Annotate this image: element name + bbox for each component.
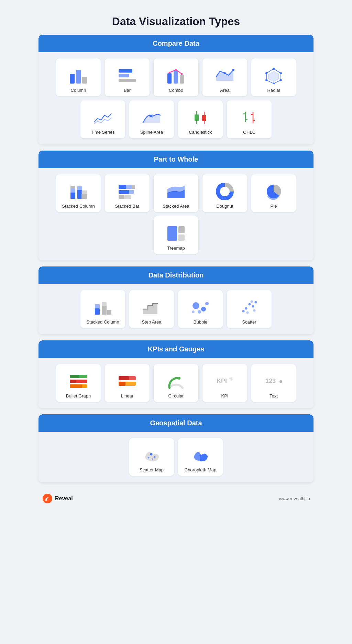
area-icon bbox=[214, 66, 235, 85]
chart-item-scatter[interactable]: Scatter bbox=[227, 290, 272, 328]
scattermap-icon bbox=[141, 446, 162, 465]
chart-grid-kpis: Bullet Graph Linear bbox=[44, 364, 308, 402]
stackedbar-label: Stacked Bar bbox=[115, 204, 140, 209]
chart-item-scattermap[interactable]: Scatter Map bbox=[129, 438, 174, 476]
text-label: Text bbox=[270, 393, 278, 399]
kpi-label: KPI bbox=[221, 393, 229, 399]
section-parttowhole: Part to Whole S bbox=[38, 151, 314, 260]
chart-grid-compare: Column Bar bbox=[44, 58, 308, 138]
chart-item-stackedbar[interactable]: Stacked Bar bbox=[105, 174, 150, 212]
svg-point-67 bbox=[192, 310, 195, 313]
svg-rect-62 bbox=[107, 310, 111, 315]
svg-point-65 bbox=[205, 302, 209, 305]
chart-item-treemap[interactable]: Treemap bbox=[154, 216, 198, 254]
svg-point-75 bbox=[251, 300, 253, 303]
bubble-icon bbox=[190, 298, 211, 317]
svg-rect-6 bbox=[167, 73, 172, 84]
svg-point-16 bbox=[273, 68, 275, 70]
chart-item-dougnut[interactable]: Dougnut bbox=[202, 174, 247, 212]
footer-url: www.revealbi.io bbox=[279, 496, 310, 501]
chart-item-pie[interactable]: Pie bbox=[251, 174, 296, 212]
section-header-distribution: Data Distribution bbox=[38, 266, 314, 284]
svg-point-66 bbox=[198, 310, 201, 314]
kpi-icon: KPI % bbox=[214, 372, 235, 391]
chart-item-stackedcolumn[interactable]: Stacked Column bbox=[56, 174, 101, 212]
chart-grid-distribution: Stacked Column Step Area bbox=[44, 290, 308, 328]
svg-rect-85 bbox=[119, 382, 125, 386]
choroplethmap-icon bbox=[190, 446, 211, 465]
circular-label: Circular bbox=[168, 393, 184, 399]
svg-point-63 bbox=[192, 302, 199, 309]
chart-item-stackedarea[interactable]: Stacked Area bbox=[154, 174, 198, 212]
chart-item-text[interactable]: 123 Text bbox=[251, 364, 296, 402]
section-content-geospatial: Scatter Map Choropleth Map bbox=[38, 432, 314, 482]
svg-point-91 bbox=[150, 453, 153, 455]
chart-item-bar[interactable]: Bar bbox=[105, 58, 150, 96]
dougnut-label: Dougnut bbox=[216, 204, 233, 209]
scatter-label: Scatter bbox=[242, 319, 256, 325]
svg-rect-38 bbox=[70, 188, 75, 193]
chart-item-kpi[interactable]: KPI % KPI bbox=[202, 364, 247, 402]
chart-item-choroplethmap[interactable]: Choropleth Map bbox=[178, 438, 223, 476]
svg-rect-29 bbox=[202, 115, 206, 121]
section-distribution: Data Distribution Stacked Column bbox=[38, 266, 314, 334]
svg-rect-80 bbox=[70, 380, 76, 383]
section-header-geospatial: Geospatial Data bbox=[38, 414, 314, 432]
chart-item-combo[interactable]: Combo bbox=[154, 58, 198, 96]
svg-point-92 bbox=[148, 457, 150, 458]
svg-rect-57 bbox=[178, 234, 185, 241]
footer-logo: Reveal bbox=[42, 493, 73, 504]
linear-icon bbox=[117, 372, 138, 391]
chart-item-area[interactable]: Area bbox=[202, 58, 247, 96]
svg-point-64 bbox=[201, 307, 206, 312]
svg-point-10 bbox=[175, 69, 177, 70]
circular-icon bbox=[166, 372, 186, 391]
chart-item-splinearea[interactable]: Spline Area bbox=[129, 100, 174, 138]
svg-rect-48 bbox=[129, 190, 134, 194]
section-header-parttowhole: Part to Whole bbox=[38, 151, 314, 168]
svg-rect-41 bbox=[77, 186, 82, 190]
svg-point-20 bbox=[265, 79, 267, 81]
choroplethmap-label: Choropleth Map bbox=[185, 467, 217, 472]
chart-item-steparea[interactable]: Step Area bbox=[129, 290, 174, 328]
svg-rect-58 bbox=[95, 308, 100, 315]
bulletgraph-label: Bullet Graph bbox=[66, 393, 91, 399]
candlestick-icon bbox=[190, 108, 211, 127]
svg-rect-50 bbox=[124, 195, 131, 199]
svg-point-70 bbox=[249, 303, 251, 305]
svg-point-71 bbox=[252, 305, 254, 307]
radial-icon bbox=[263, 66, 284, 85]
svg-rect-81 bbox=[70, 384, 82, 388]
combo-icon bbox=[166, 66, 186, 85]
chart-item-timeseries[interactable]: Time Series bbox=[80, 100, 125, 138]
chart-item-linear[interactable]: Linear bbox=[105, 364, 150, 402]
svg-point-19 bbox=[273, 83, 275, 84]
chart-item-circular[interactable]: Circular bbox=[154, 364, 198, 402]
chart-item-ohlc[interactable]: OHLC bbox=[227, 100, 272, 138]
chart-item-radial[interactable]: Radial bbox=[251, 58, 296, 96]
svg-text:KPI: KPI bbox=[217, 378, 227, 384]
svg-rect-43 bbox=[81, 190, 87, 194]
chart-item-column[interactable]: Column bbox=[56, 58, 101, 96]
dougnut-icon bbox=[214, 182, 235, 201]
chart-item-bulletgraph[interactable]: Bullet Graph bbox=[56, 364, 101, 402]
chart-item-stackedcolumn2[interactable]: Stacked Column bbox=[80, 290, 125, 328]
section-header-kpis: KPIs and Gauges bbox=[38, 340, 314, 358]
svg-rect-2 bbox=[82, 77, 87, 84]
area-label: Area bbox=[220, 88, 229, 93]
section-content-compare: Column Bar bbox=[38, 52, 314, 144]
svg-point-12 bbox=[224, 72, 226, 74]
chart-item-bubble[interactable]: Bubble bbox=[178, 290, 223, 328]
svg-point-95 bbox=[43, 494, 52, 503]
steparea-label: Step Area bbox=[142, 319, 161, 325]
chart-item-candlestick[interactable]: Candlestick bbox=[178, 100, 223, 138]
svg-rect-44 bbox=[119, 185, 126, 189]
column-label: Column bbox=[71, 88, 86, 93]
svg-point-86 bbox=[178, 377, 180, 380]
scattermap-label: Scatter Map bbox=[140, 467, 164, 472]
svg-rect-60 bbox=[102, 306, 107, 315]
linear-label: Linear bbox=[121, 393, 133, 399]
chart-grid-geospatial: Scatter Map Choropleth Map bbox=[44, 438, 308, 476]
svg-rect-37 bbox=[70, 193, 75, 199]
section-kpis: KPIs and Gauges Bullet Graph bbox=[38, 340, 314, 408]
